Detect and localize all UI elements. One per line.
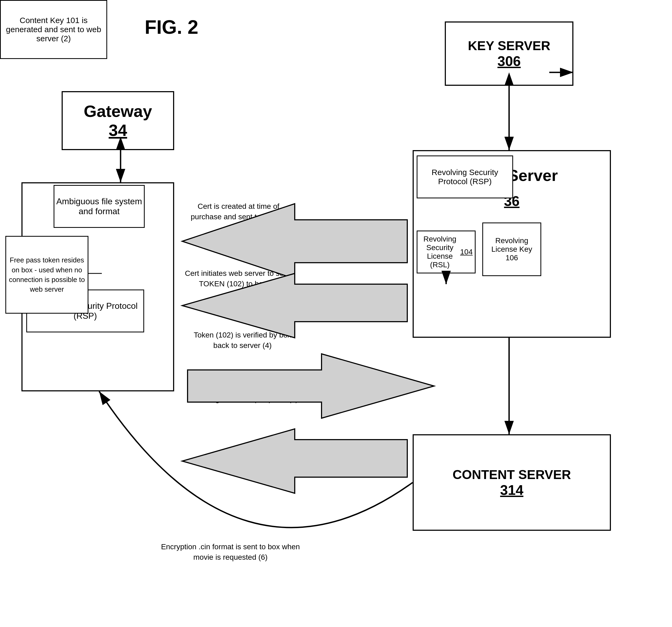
- revolving-license-key-box: Revolving License Key 106: [482, 223, 541, 276]
- rsp-web-box: Revolving Security Protocol (RSP): [417, 156, 513, 199]
- figure-title: FIG. 2: [145, 16, 198, 38]
- content-key-note-box: Content Key 101 is generated and sent to…: [0, 0, 107, 59]
- token-verified-annotation: Token (102) is verified by box back to s…: [185, 330, 300, 351]
- gateway-label: Gateway: [83, 101, 152, 121]
- key-server-box: KEY SERVER 306: [445, 21, 573, 86]
- diagram-wrapper: FIG. 2 Gateway 34 Storage Box 32 Ambiguo…: [0, 0, 672, 627]
- free-pass-note-box: Free pass token resides on box - used wh…: [5, 236, 89, 314]
- content-server-number: 314: [500, 482, 524, 498]
- key-server-number: 306: [498, 53, 521, 69]
- rsl-box: Revolving Security License (RSL) 104: [417, 231, 476, 273]
- svg-marker-10: [182, 429, 407, 493]
- cert-created-annotation: Cert is created at time of purchase and …: [185, 201, 292, 222]
- new-token-annotation: New token (103) is sent back to box if o…: [185, 383, 300, 404]
- key-server-label: KEY SERVER: [468, 38, 550, 53]
- cert-initiates-annotation: Cert initiates web server to send TOKEN …: [185, 268, 292, 289]
- encryption-annotation: Encryption .cin format is sent to box wh…: [161, 541, 300, 562]
- content-server-label: CONTENT SERVER: [453, 467, 571, 482]
- ambiguous-file-box: Ambiguous file system and format: [54, 185, 145, 228]
- gateway-box: Gateway 34: [62, 91, 174, 150]
- content-server-box: CONTENT SERVER 314: [413, 434, 611, 531]
- gateway-number: 34: [109, 121, 127, 140]
